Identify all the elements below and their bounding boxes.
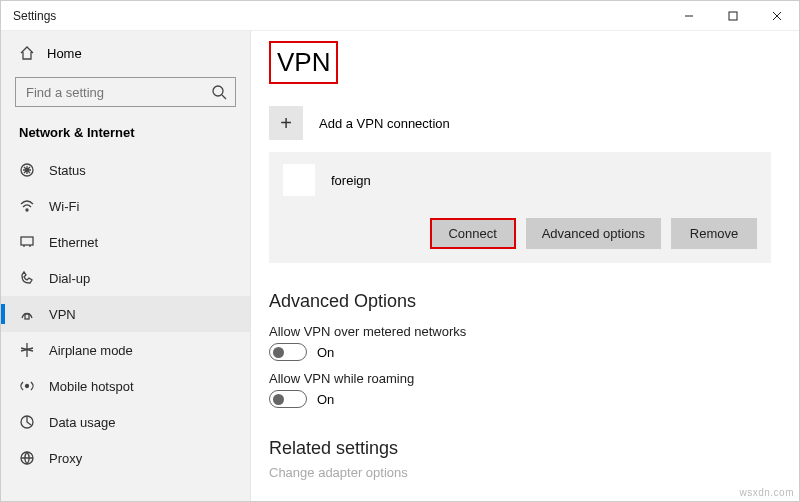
nav-label: Ethernet: [49, 235, 98, 250]
sidebar: Home Network & Internet Status Wi-Fi Eth…: [1, 31, 251, 501]
vpn-entry-name: foreign: [331, 173, 371, 188]
remove-button[interactable]: Remove: [671, 218, 757, 249]
nav-label: Proxy: [49, 451, 82, 466]
svg-rect-8: [21, 237, 33, 245]
dialup-icon: [19, 270, 35, 286]
advanced-options-button[interactable]: Advanced options: [526, 218, 661, 249]
vpn-entry-icon: [283, 164, 315, 196]
ethernet-icon: [19, 234, 35, 250]
nav-label: Dial-up: [49, 271, 90, 286]
nav-hotspot[interactable]: Mobile hotspot: [1, 368, 250, 404]
search-input[interactable]: [24, 84, 204, 101]
vpn-icon: [19, 306, 35, 322]
toggle-metered-state: On: [317, 345, 334, 360]
toggle-roaming-state: On: [317, 392, 334, 407]
svg-line-5: [222, 95, 226, 99]
svg-point-4: [213, 86, 223, 96]
window-title: Settings: [13, 9, 56, 23]
home-label: Home: [47, 46, 82, 61]
advanced-options-heading: Advanced Options: [269, 291, 771, 312]
search-box[interactable]: [15, 77, 236, 107]
nav-airplane[interactable]: Airplane mode: [1, 332, 250, 368]
svg-rect-1: [729, 12, 737, 20]
svg-rect-9: [25, 314, 29, 319]
opt-metered-label: Allow VPN over metered networks: [269, 324, 771, 339]
nav-label: Data usage: [49, 415, 116, 430]
connect-button[interactable]: Connect: [430, 218, 516, 249]
vpn-entry[interactable]: foreign Connect Advanced options Remove: [269, 152, 771, 263]
watermark: wsxdn.com: [739, 487, 794, 498]
airplane-icon: [19, 342, 35, 358]
nav-datausage[interactable]: Data usage: [1, 404, 250, 440]
svg-point-7: [26, 209, 28, 211]
hotspot-icon: [19, 378, 35, 394]
nav-label: Wi-Fi: [49, 199, 79, 214]
home-link[interactable]: Home: [1, 37, 250, 69]
page-title: VPN: [269, 41, 338, 84]
close-button[interactable]: [755, 1, 799, 31]
status-icon: [19, 162, 35, 178]
search-icon: [211, 84, 227, 100]
nav-label: Mobile hotspot: [49, 379, 134, 394]
plus-icon: +: [269, 106, 303, 140]
nav-label: Status: [49, 163, 86, 178]
nav-wifi[interactable]: Wi-Fi: [1, 188, 250, 224]
section-title: Network & Internet: [1, 121, 250, 152]
nav-dialup[interactable]: Dial-up: [1, 260, 250, 296]
nav-ethernet[interactable]: Ethernet: [1, 224, 250, 260]
wifi-icon: [19, 198, 35, 214]
toggle-metered[interactable]: [269, 343, 307, 361]
maximize-button[interactable]: [711, 1, 755, 31]
change-adapter-link[interactable]: Change adapter options: [269, 465, 771, 480]
minimize-button[interactable]: [667, 1, 711, 31]
home-icon: [19, 45, 35, 61]
add-vpn-row[interactable]: + Add a VPN connection: [269, 106, 771, 140]
opt-roaming-label: Allow VPN while roaming: [269, 371, 771, 386]
related-settings-heading: Related settings: [269, 438, 771, 459]
nav-proxy[interactable]: Proxy: [1, 440, 250, 476]
toggle-roaming[interactable]: [269, 390, 307, 408]
svg-point-10: [26, 385, 29, 388]
nav-label: VPN: [49, 307, 76, 322]
proxy-icon: [19, 450, 35, 466]
nav-status[interactable]: Status: [1, 152, 250, 188]
nav-label: Airplane mode: [49, 343, 133, 358]
main-content: VPN + Add a VPN connection foreign Conne…: [251, 31, 799, 501]
add-vpn-label: Add a VPN connection: [319, 116, 450, 131]
nav-vpn[interactable]: VPN: [1, 296, 250, 332]
data-usage-icon: [19, 414, 35, 430]
